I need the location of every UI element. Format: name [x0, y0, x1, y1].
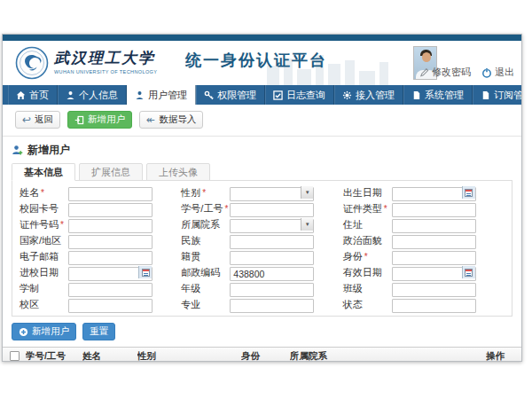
nav-tab-permission[interactable]: 权限管理 — [196, 85, 265, 105]
major-input[interactable] — [230, 299, 314, 313]
new-user-icon — [12, 145, 23, 156]
basic-info-panel: 姓名*性别*▼出生日期校园卡号学号/工号*证件类型*证件号码*所属院系▼住址国家… — [12, 180, 512, 317]
field-label: 性别* — [181, 186, 230, 200]
field-label: 电子邮箱 — [20, 250, 68, 263]
field-label: 证件类型* — [343, 202, 392, 215]
form-actions: 新增用户 重置 — [12, 323, 512, 340]
back-arrow-icon: ↩ — [22, 114, 31, 125]
field-label: 政治面貌 — [343, 234, 392, 247]
circle-plus-icon — [19, 327, 28, 337]
field-name: 姓名* — [20, 184, 181, 200]
nav-tab-access-mgmt[interactable]: 接入管理 — [334, 85, 403, 105]
field-label: 校区 — [20, 298, 68, 311]
tab-upload-avatar[interactable]: 上传头像 — [146, 163, 210, 181]
dropdown-button[interactable]: ▼ — [301, 218, 313, 231]
nav-tab-system-mgmt[interactable]: 系统管理 — [403, 85, 473, 105]
column-header: 姓名 — [82, 350, 137, 363]
data-import-button[interactable]: ↞ 数据导入 — [139, 111, 203, 129]
submit-add-user-button[interactable]: 新增用户 — [12, 323, 76, 340]
ethnicity-input[interactable] — [230, 235, 314, 249]
nav-tab-profile[interactable]: 个人信息 — [58, 85, 127, 105]
field-native-place: 籍贯 — [181, 248, 342, 264]
field-label: 年级 — [181, 282, 230, 295]
select-all-checkbox[interactable] — [10, 351, 20, 361]
university-name-en: WUHAN UNIVERSITY OF TECHNOLOGY — [54, 69, 178, 74]
field-class: 班级 — [343, 280, 505, 296]
platform-title: 统一身份认证平台 — [185, 50, 327, 71]
nav-tab-subscription[interactable]: 订阅管理 — [473, 85, 522, 105]
native-place-input[interactable] — [230, 251, 314, 265]
user-icon — [135, 90, 145, 100]
column-header: 学号/工号 — [26, 350, 82, 363]
calendar-icon — [465, 269, 473, 277]
required-asterisk: * — [384, 204, 387, 214]
field-label: 民族 — [181, 234, 230, 247]
change-password-link[interactable]: 修改密码 — [419, 66, 471, 79]
field-label: 出生日期 — [343, 186, 392, 200]
birth-date-calendar-button[interactable] — [462, 186, 475, 199]
school-system-input[interactable] — [68, 283, 153, 297]
tab-extended-info[interactable]: 扩展信息 — [79, 163, 143, 181]
identity-input[interactable] — [392, 251, 476, 265]
country-input[interactable] — [68, 235, 153, 249]
field-label: 国家/地区 — [20, 234, 68, 247]
field-label: 校园卡号 — [20, 202, 68, 215]
postal-code-input[interactable] — [230, 267, 314, 281]
field-birth-date: 出生日期 — [343, 184, 505, 200]
field-label: 有效日期 — [343, 266, 392, 279]
section-header: 新增用户 — [3, 137, 521, 160]
column-header: 性别 — [137, 350, 241, 363]
address-input[interactable] — [392, 219, 476, 233]
class-input[interactable] — [392, 283, 476, 297]
field-valid-date: 有效日期 — [343, 264, 505, 280]
field-ethnicity: 民族 — [181, 232, 342, 248]
field-entry-date: 进校日期 — [20, 264, 181, 280]
field-id-number: 证件号码* — [20, 216, 181, 232]
person-icon — [66, 90, 75, 100]
add-user-icon — [74, 115, 84, 125]
grade-input[interactable] — [230, 283, 314, 297]
nav-tab-home[interactable]: 首页 — [8, 85, 58, 105]
field-student-id: 学号/工号* — [181, 200, 342, 216]
logout-link[interactable]: 退出 — [481, 66, 514, 79]
field-address: 住址 — [343, 216, 505, 232]
field-label: 学制 — [20, 282, 68, 295]
import-arrow-icon: ↞ — [146, 114, 155, 125]
required-asterisk: * — [202, 188, 206, 198]
field-grade: 年级 — [181, 280, 342, 296]
id-number-input[interactable] — [68, 219, 153, 233]
status-input[interactable] — [392, 299, 476, 313]
entry-date-calendar-button[interactable] — [138, 266, 152, 278]
field-department: 所属院系▼ — [181, 216, 342, 232]
student-id-input[interactable] — [230, 203, 314, 217]
header: 武汉理工大学 WUHAN UNIVERSITY OF TECHNOLOGY 统一… — [3, 41, 521, 85]
toolbar: ↩ 返回 新增用户 ↞ 数据导入 — [3, 105, 521, 137]
name-input[interactable] — [68, 187, 153, 201]
app-window: 武汉理工大学 WUHAN UNIVERSITY OF TECHNOLOGY 统一… — [2, 34, 522, 362]
section-title: 新增用户 — [27, 143, 70, 158]
key-icon — [204, 90, 214, 100]
id-type-input[interactable] — [392, 203, 476, 217]
campus-input[interactable] — [68, 299, 153, 313]
column-header: 所属院系 — [290, 350, 486, 363]
dropdown-button[interactable]: ▼ — [301, 186, 313, 199]
reset-button[interactable]: 重置 — [82, 323, 115, 340]
nav-tab-log-query[interactable]: 日志查询 — [265, 85, 334, 105]
tab-basic-info[interactable]: 基本信息 — [12, 163, 75, 181]
field-label: 学号/工号* — [181, 202, 230, 215]
nav-tab-user-mgmt[interactable]: 用户管理 — [127, 85, 196, 105]
field-label: 专业 — [181, 298, 230, 311]
file-icon — [411, 90, 421, 100]
add-user-toolbar-button[interactable]: 新增用户 — [67, 111, 132, 129]
field-major: 专业 — [181, 296, 342, 312]
email-input[interactable] — [68, 251, 153, 265]
column-header: 身份 — [241, 350, 290, 363]
field-label: 住址 — [343, 218, 392, 231]
valid-date-calendar-button[interactable] — [462, 266, 475, 278]
political-status-input[interactable] — [392, 235, 476, 249]
back-button[interactable]: ↩ 返回 — [15, 111, 60, 129]
chevron-down-icon: ▼ — [305, 222, 310, 227]
required-asterisk: * — [364, 252, 368, 262]
campus-card-input[interactable] — [68, 203, 153, 217]
power-icon — [481, 67, 492, 78]
